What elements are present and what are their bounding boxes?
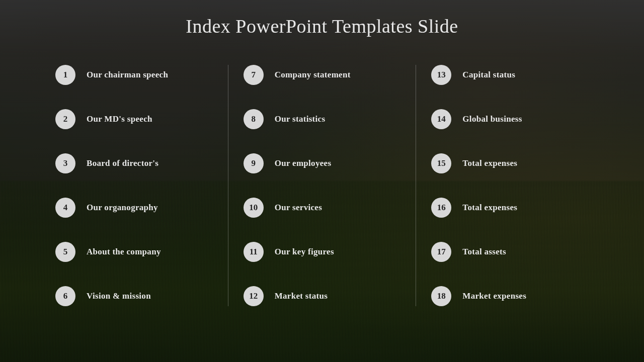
index-item: 6 Vision & mission: [55, 286, 213, 306]
index-number-badge: 15: [431, 153, 451, 173]
index-item: 18 Market expenses: [431, 286, 589, 306]
index-column-3: 13 Capital status 14 Global business 15 …: [416, 65, 604, 306]
index-number-badge: 10: [244, 198, 264, 218]
index-number-badge: 13: [431, 65, 451, 85]
slide-content: Index PowerPoint Templates Slide 1 Our c…: [0, 0, 644, 362]
index-item-label: About the company: [87, 247, 161, 257]
index-item-label: Global business: [462, 114, 522, 124]
index-item: 13 Capital status: [431, 65, 589, 85]
index-number-badge: 3: [55, 153, 75, 173]
index-item-label: Company statement: [275, 70, 351, 80]
slide-title: Index PowerPoint Templates Slide: [40, 15, 604, 37]
index-item-label: Total expenses: [462, 158, 517, 168]
index-item: 11 Our key figures: [244, 242, 401, 262]
index-columns: 1 Our chairman speech 2 Our MD's speech …: [40, 65, 604, 306]
index-column-1: 1 Our chairman speech 2 Our MD's speech …: [40, 65, 228, 306]
index-number-badge: 18: [431, 286, 451, 306]
index-number-badge: 7: [244, 65, 264, 85]
index-item: 9 Our employees: [244, 153, 401, 173]
index-number-badge: 14: [431, 109, 451, 129]
index-number-badge: 6: [55, 286, 75, 306]
index-number-badge: 9: [244, 153, 264, 173]
index-item: 1 Our chairman speech: [55, 65, 213, 85]
index-item-label: Our organography: [87, 203, 158, 213]
index-item: 7 Company statement: [244, 65, 401, 85]
index-item-label: Total expenses: [462, 203, 517, 213]
index-item: 16 Total expenses: [431, 198, 589, 218]
index-item-label: Our chairman speech: [87, 70, 168, 80]
index-item-label: Vision & mission: [87, 291, 151, 301]
index-item-label: Market status: [275, 291, 328, 301]
index-item-label: Our statistics: [275, 114, 326, 124]
index-item: 3 Board of director's: [55, 153, 213, 173]
index-item: 5 About the company: [55, 242, 213, 262]
index-item: 10 Our services: [244, 198, 401, 218]
index-item: 2 Our MD's speech: [55, 109, 213, 129]
index-number-badge: 12: [244, 286, 264, 306]
index-item-label: Capital status: [462, 70, 515, 80]
index-item: 8 Our statistics: [244, 109, 401, 129]
index-item-label: Our services: [275, 203, 322, 213]
index-number-badge: 5: [55, 242, 75, 262]
index-number-badge: 11: [244, 242, 264, 262]
index-number-badge: 17: [431, 242, 451, 262]
index-number-badge: 16: [431, 198, 451, 218]
index-item-label: Our key figures: [275, 247, 334, 257]
index-item: 15 Total expenses: [431, 153, 589, 173]
index-item-label: Our employees: [275, 158, 332, 168]
index-item-label: Board of director's: [87, 158, 158, 168]
index-item: 12 Market status: [244, 286, 401, 306]
index-number-badge: 2: [55, 109, 75, 129]
index-number-badge: 4: [55, 198, 75, 218]
index-item: 14 Global business: [431, 109, 589, 129]
index-item-label: Market expenses: [462, 291, 526, 301]
index-item: 4 Our organography: [55, 198, 213, 218]
index-item-label: Total assets: [462, 247, 506, 257]
index-number-badge: 8: [244, 109, 264, 129]
index-item: 17 Total assets: [431, 242, 589, 262]
index-number-badge: 1: [55, 65, 75, 85]
index-item-label: Our MD's speech: [87, 114, 152, 124]
index-column-2: 7 Company statement 8 Our statistics 9 O…: [228, 65, 417, 306]
